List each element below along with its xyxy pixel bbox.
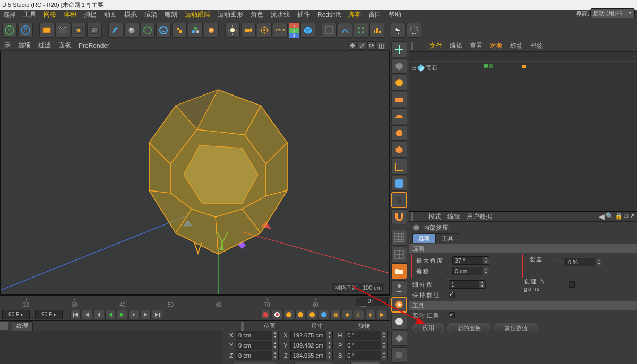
object-item-gem[interactable]: ⊟ 宝石 xyxy=(411,64,437,72)
menu-mesh[interactable]: 网格 xyxy=(44,10,56,19)
tool-brush-icon[interactable] xyxy=(391,297,407,313)
view-tab-display[interactable]: 示 xyxy=(4,41,11,50)
tool-sky-icon[interactable] xyxy=(391,125,407,141)
effector-icon[interactable] xyxy=(188,23,203,38)
rot-p-field[interactable]: 0 °▲▼ xyxy=(345,341,388,350)
play-backward-icon[interactable] xyxy=(105,310,116,319)
deformer-icon[interactable] xyxy=(156,23,171,38)
new-manager-icon[interactable]: ↗ xyxy=(630,212,635,221)
autokey-icon[interactable] xyxy=(272,310,282,319)
tool-floor-icon[interactable] xyxy=(391,108,407,124)
goto-end-icon[interactable] xyxy=(152,310,162,319)
tool-grid1-icon[interactable] xyxy=(391,230,407,246)
objtab-view[interactable]: 查看 xyxy=(470,41,483,50)
play-forward-icon[interactable] xyxy=(117,310,127,319)
tool-cube-icon[interactable] xyxy=(391,58,407,74)
target-icon[interactable] xyxy=(257,23,272,38)
view-pan-icon[interactable]: ✥ xyxy=(348,41,357,50)
apply-button[interactable]: 应用 xyxy=(412,323,444,333)
timeline-ruler[interactable]: 20 30 40 50 60 70 80 90 0 F xyxy=(0,295,390,308)
menu-character[interactable]: 角色 xyxy=(251,10,263,19)
keepgroup-checkbox[interactable] xyxy=(449,292,455,298)
subtab-options[interactable]: 选项 xyxy=(412,233,436,243)
lock-icon[interactable]: 🔒 xyxy=(615,212,623,221)
view-zoom-icon[interactable]: ⤢ xyxy=(358,41,366,50)
next-key-icon[interactable] xyxy=(140,310,151,319)
key-mode2-icon[interactable]: ◇ xyxy=(354,310,364,319)
plus-square-icon[interactable]: ▦ xyxy=(330,310,341,319)
array-icon[interactable] xyxy=(354,23,368,38)
range-end-field[interactable]: 90 F ▸ xyxy=(35,310,63,319)
axis-filter[interactable]: x y z xyxy=(289,23,299,38)
subtab-tools[interactable]: 工具 xyxy=(436,233,459,243)
size-x-field[interactable]: 192.675 cm▲▼ xyxy=(290,331,333,340)
tab-texture[interactable]: 纹理 xyxy=(12,321,33,331)
menu-sculpt[interactable]: 雕刻 xyxy=(165,10,177,19)
attr-tab-userdata[interactable]: 用户数据 xyxy=(467,212,492,221)
view-tab-panel[interactable]: 面板 xyxy=(58,41,71,50)
menu-select[interactable]: 选择 xyxy=(3,10,16,19)
key-pos-icon[interactable] xyxy=(283,310,294,319)
menu-render[interactable]: 渲染 xyxy=(144,10,157,19)
tool-grid2-icon[interactable] xyxy=(391,247,407,263)
drag-handle-icon[interactable] xyxy=(0,322,8,330)
render-settings-icon[interactable] xyxy=(87,23,102,38)
tool-character-icon[interactable] xyxy=(391,280,407,296)
menu-plugins[interactable]: 插件 xyxy=(297,10,310,19)
size-z-field[interactable]: 184.055 cm▲▼ xyxy=(290,351,333,360)
camera-icon[interactable] xyxy=(241,23,256,38)
range-start-field[interactable]: 90 F ▸ xyxy=(2,310,30,319)
tool-key-icon[interactable] xyxy=(391,331,407,346)
pos-y-field[interactable]: 0 cm▲▼ xyxy=(236,341,279,350)
key-scale-icon[interactable] xyxy=(307,310,317,319)
object-tag-checker[interactable] xyxy=(521,64,527,70)
view-tab-filter[interactable]: 过滤 xyxy=(38,41,51,50)
coord-size-dropdown[interactable]: 绝对尺寸▼ xyxy=(294,362,333,364)
coord-apply-button[interactable]: 应用 xyxy=(350,362,380,364)
play-range-icon[interactable]: ▶ xyxy=(377,310,388,319)
tool-axis-icon[interactable] xyxy=(391,159,407,175)
tool-misc-icon[interactable] xyxy=(391,347,407,363)
tool-sphere-icon[interactable] xyxy=(391,75,407,91)
attr-tab-mode[interactable]: 模式 xyxy=(428,212,441,221)
live-select-icon[interactable] xyxy=(407,23,421,38)
cloner-icon[interactable] xyxy=(172,23,187,38)
view-rotate-icon[interactable]: ⟳ xyxy=(367,41,376,50)
tool-box-icon[interactable] xyxy=(391,142,407,158)
menu-mograph[interactable]: 运动图形 xyxy=(218,10,243,19)
axis-y-button[interactable]: Y xyxy=(2,23,17,38)
key-mode1-icon[interactable]: ◆ xyxy=(342,310,352,319)
dynamics-icon[interactable] xyxy=(140,23,155,38)
view-maximize-icon[interactable]: ◫ xyxy=(377,41,385,50)
prev-frame-icon[interactable] xyxy=(93,310,104,319)
menu-snap[interactable]: 捕捉 xyxy=(84,10,97,19)
objtab-file[interactable]: 文件 xyxy=(429,41,442,50)
prev-key-icon[interactable] xyxy=(82,310,92,319)
timeline-current-frame[interactable]: 0 F xyxy=(356,297,388,306)
drag-handle-icon[interactable] xyxy=(411,42,420,50)
psr-button[interactable]: PSR xyxy=(273,23,288,38)
tool-move-icon[interactable] xyxy=(391,41,407,57)
drag-handle-icon[interactable] xyxy=(411,212,420,221)
pos-x-field[interactable]: 0 cm▲▼ xyxy=(236,331,279,340)
tool-snap-icon[interactable]: S xyxy=(391,192,407,208)
rot-b-field[interactable]: 0 °▲▼ xyxy=(345,351,388,360)
tool-folder-icon[interactable] xyxy=(391,263,407,279)
new-project-icon[interactable] xyxy=(39,23,54,38)
key-mode3-icon[interactable]: ◈ xyxy=(365,310,376,319)
next-frame-icon[interactable] xyxy=(128,310,139,319)
object-visibility-dots[interactable] xyxy=(484,64,493,68)
expand-icon[interactable]: ⊟ xyxy=(411,64,416,71)
tool-mouse-icon[interactable] xyxy=(391,176,407,192)
view-tab-prorender[interactable]: ProRender xyxy=(79,42,109,49)
variance-field[interactable]: 0 %▲▼ xyxy=(565,258,602,266)
object-tree[interactable]: ⊟ 宝石 xyxy=(409,52,637,211)
menu-pipeline[interactable]: 流水线 xyxy=(271,10,290,19)
light-icon[interactable] xyxy=(225,23,240,38)
prev-element-icon[interactable]: ◀ xyxy=(599,212,605,221)
mograph-icon[interactable] xyxy=(369,23,384,38)
coord-mode-dropdown[interactable]: 对象 (相对)▼ xyxy=(233,362,277,364)
realtime-checkbox[interactable] xyxy=(449,312,455,318)
tool-eraser-icon[interactable] xyxy=(391,314,407,330)
menu-window[interactable]: 窗口 xyxy=(368,10,381,19)
